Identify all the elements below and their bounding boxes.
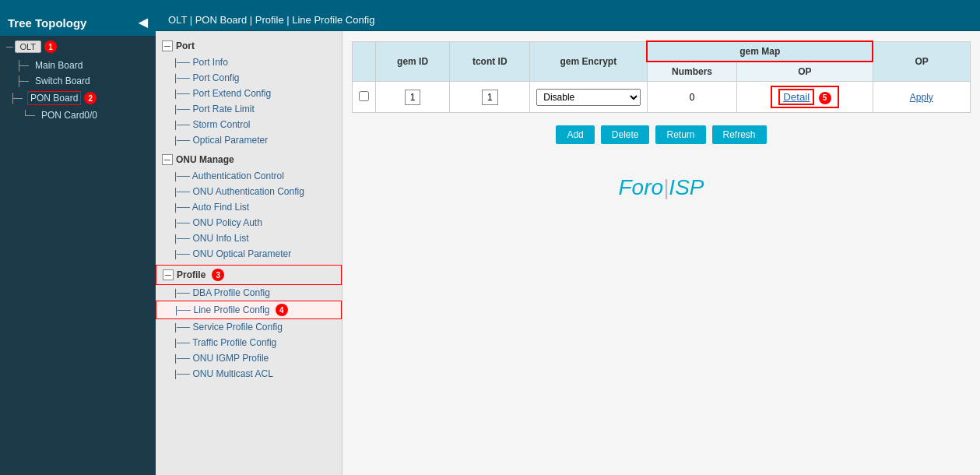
nav-item-igmp[interactable]: |── ONU IGMP Profile (156, 350, 342, 366)
nav-item-onu-auth-config[interactable]: |── ONU Authentication Config (156, 184, 342, 199)
olt-badge: 1 (44, 40, 57, 53)
nav-panel: ─ Port |── Port Info |── Port Config |──… (156, 31, 342, 475)
watermark-suffix: ISP (669, 175, 704, 199)
tree-line-main: ├─ (16, 60, 29, 71)
row-apply-cell: Apply (873, 82, 970, 113)
col-gem-map-header: gem Map (647, 41, 873, 62)
detail-badge-num: 5 (819, 92, 831, 104)
gem-encrypt-select[interactable]: Disable Enable (536, 89, 641, 106)
nav-item-port-rate-label: |── Port Rate Limit (174, 104, 255, 114)
detail-button[interactable]: Detail (778, 89, 814, 105)
nav-section-port[interactable]: ─ Port (156, 37, 342, 55)
main-board-label[interactable]: Main Board (35, 60, 83, 71)
row-detail-cell: Detail 5 (737, 82, 873, 113)
pon-board-label[interactable]: PON Board (27, 91, 81, 105)
col-gem-id-header: gem ID (376, 41, 450, 82)
pon-board-badge: 2 (84, 92, 97, 104)
tree-line-switch: ├─ (16, 76, 29, 86)
refresh-button[interactable]: Refresh (712, 125, 767, 144)
nav-item-dba[interactable]: |── DBA Profile Config (156, 285, 342, 301)
row-checkbox[interactable] (359, 91, 369, 101)
port-items: |── Port Info |── Port Config |── Port E… (156, 55, 342, 148)
watermark-prefix: Foro (619, 175, 664, 199)
profile-collapse-btn[interactable]: ─ (163, 269, 174, 280)
sidebar-title-text: Tree Topology (8, 16, 86, 30)
delete-button[interactable]: Delete (601, 125, 650, 144)
col-gem-map-op-header: OP (737, 62, 873, 82)
action-buttons: Add Delete Return Refresh (352, 125, 971, 144)
nav-item-service[interactable]: |── Service Profile Config (156, 319, 342, 335)
olt-label[interactable]: OLT (15, 40, 42, 53)
app-header (0, 0, 980, 9)
row-numbers: 0 (647, 82, 736, 113)
row-gem-id: 1 (376, 82, 450, 113)
nav-item-line-profile[interactable]: |── Line Profile Config 4 (156, 301, 342, 319)
port-section-label: Port (176, 40, 195, 51)
table-row: 1 1 Disable Enable 0 (353, 82, 971, 113)
nav-section-profile[interactable]: ─ Profile 3 (156, 265, 342, 285)
return-button[interactable]: Return (655, 125, 705, 144)
nav-item-optical[interactable]: |── Optical Parameter (156, 132, 342, 148)
line-profile-badge: 4 (276, 304, 288, 316)
gem-id-value: 1 (405, 90, 421, 105)
watermark: Foro|ISP (352, 175, 971, 200)
tree-line-card: └─ (22, 110, 35, 121)
nav-item-port-config[interactable]: |── Port Config (156, 70, 342, 86)
nav-item-storm-label: |── Storm Control (174, 119, 250, 130)
nav-item-traffic[interactable]: |── Traffic Profile Config (156, 335, 342, 350)
content-area: OLT | PON Board | Profile | Line Profile… (156, 9, 980, 475)
profile-section-label: Profile (177, 269, 205, 280)
row-gem-encrypt: Disable Enable (530, 82, 648, 113)
port-collapse-btn[interactable]: ─ (162, 40, 173, 51)
sidebar-title: Tree Topology ◀ (0, 9, 156, 36)
sidebar: Tree Topology ◀ ─ OLT 1 ├─ Main Board ├─… (0, 9, 156, 475)
add-button[interactable]: Add (556, 125, 594, 144)
col-tcont-id-header: tcont ID (450, 41, 530, 82)
nav-item-storm[interactable]: |── Storm Control (156, 117, 342, 132)
nav-item-info-list[interactable]: |── ONU Info List (156, 230, 342, 246)
table-area: gem ID tcont ID gem Encrypt gem Map OP N… (342, 31, 980, 475)
row-tcont-id: 1 (450, 82, 530, 113)
profile-items: |── DBA Profile Config |── Line Profile … (156, 285, 342, 382)
breadcrumb: OLT | PON Board | Profile | Line Profile… (156, 9, 980, 31)
tree-line-pon: ├─ (9, 93, 23, 104)
onu-section-label: ONU Manage (176, 154, 234, 165)
apply-button[interactable]: Apply (899, 88, 944, 107)
col-checkbox (353, 41, 376, 82)
col-op-header: OP (873, 41, 970, 82)
nav-item-port-info-label: |── Port Info (174, 57, 228, 68)
nav-item-auth-control[interactable]: |── Authentication Control (156, 168, 342, 184)
pon-card-label[interactable]: PON Card0/0 (41, 110, 97, 121)
nav-item-port-extend[interactable]: |── Port Extend Config (156, 86, 342, 101)
col-gem-encrypt-header: gem Encrypt (530, 41, 648, 82)
onu-collapse-btn[interactable]: ─ (162, 154, 173, 165)
tcont-id-value: 1 (482, 90, 498, 105)
nav-item-port-info[interactable]: |── Port Info (156, 55, 342, 70)
nav-item-port-config-label: |── Port Config (174, 72, 239, 83)
detail-badge: Detail 5 (771, 86, 838, 108)
col-gem-map-numbers-header: Numbers (647, 62, 736, 82)
profile-section-badge: 3 (212, 269, 224, 281)
onu-items: |── Authentication Control |── ONU Authe… (156, 168, 342, 262)
nav-item-port-rate[interactable]: |── Port Rate Limit (156, 101, 342, 117)
content-right: ─ Port |── Port Info |── Port Config |──… (156, 31, 980, 475)
switch-board-label[interactable]: Switch Board (35, 76, 90, 86)
nav-item-policy-auth[interactable]: |── ONU Policy Auth (156, 215, 342, 230)
olt-expand-icon: ─ (6, 41, 13, 52)
sidebar-arrow-icon: ◀ (139, 16, 148, 30)
row-checkbox-cell (353, 82, 376, 113)
nav-item-port-extend-label: |── Port Extend Config (174, 88, 271, 99)
nav-item-multicast[interactable]: |── ONU Multicast ACL (156, 366, 342, 382)
nav-item-auto-find[interactable]: |── Auto Find List (156, 199, 342, 215)
nav-item-onu-optical[interactable]: |── ONU Optical Parameter (156, 246, 342, 262)
nav-section-onu[interactable]: ─ ONU Manage (156, 151, 342, 168)
nav-item-optical-label: |── Optical Parameter (174, 135, 268, 146)
gem-table: gem ID tcont ID gem Encrypt gem Map OP N… (352, 40, 971, 113)
